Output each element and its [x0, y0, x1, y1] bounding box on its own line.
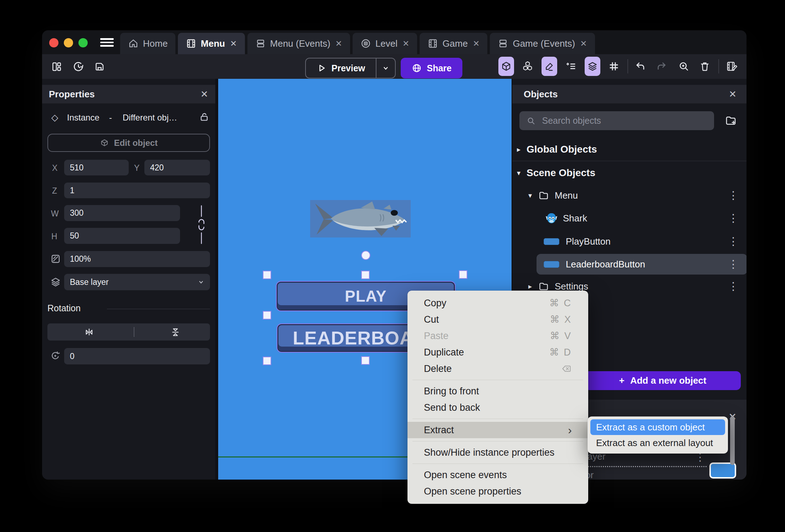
- menu-item-delete[interactable]: Delete: [407, 360, 588, 377]
- add-folder-icon[interactable]: [724, 114, 737, 127]
- menu-item-copy[interactable]: Copy ⌘ C: [407, 295, 588, 311]
- layers-panel-button[interactable]: [585, 57, 600, 76]
- object-row-leaderboardbutton[interactable]: LeaderboardButton ⋮: [512, 255, 746, 273]
- close-window-button[interactable]: [49, 38, 58, 47]
- link-dimensions-icon[interactable]: [194, 205, 209, 244]
- global-objects-row[interactable]: ▸ Global Objects: [512, 140, 746, 159]
- tab-label: Game (Events): [513, 38, 575, 49]
- menu-item-extract[interactable]: Extract ›: [407, 422, 588, 438]
- kebab-menu-icon[interactable]: ⋮: [728, 213, 739, 224]
- scrollbar-thumb[interactable]: [730, 416, 735, 465]
- menu-divider: [412, 464, 583, 464]
- events-icon: [255, 38, 266, 49]
- delete-button[interactable]: [697, 58, 713, 74]
- toolbar-divider: [718, 59, 719, 73]
- object-row-shark[interactable]: Shark ⋮: [512, 209, 746, 227]
- main-menu-icon[interactable]: [100, 38, 114, 47]
- tab-home[interactable]: Home: [120, 33, 175, 54]
- menu-item-send-to-back[interactable]: Send to back: [407, 399, 588, 416]
- preview-button[interactable]: Preview: [306, 63, 376, 73]
- tab-menu-events[interactable]: Menu (Events) ✕: [247, 33, 350, 54]
- rotate-handle[interactable]: [361, 251, 370, 260]
- search-input[interactable]: [541, 115, 707, 126]
- selection-handle-top-center[interactable]: [361, 271, 370, 279]
- tab-game[interactable]: Game ✕: [420, 33, 487, 54]
- kebab-menu-icon[interactable]: ⋮: [728, 236, 739, 247]
- close-icon[interactable]: ✕: [335, 39, 342, 48]
- object-mode-button[interactable]: [498, 57, 514, 76]
- undo-button[interactable]: [632, 58, 648, 74]
- scene-objects-row[interactable]: ▾ Scene Objects: [512, 164, 746, 182]
- preview-options-button[interactable]: [376, 58, 395, 78]
- instance-list-button[interactable]: [563, 58, 579, 74]
- z-field[interactable]: 1: [64, 183, 210, 198]
- save-button[interactable]: [93, 60, 106, 73]
- menu-item-bring-to-front[interactable]: Bring to front: [407, 383, 588, 399]
- kebab-menu-icon[interactable]: ⋮: [728, 259, 739, 270]
- unlock-icon[interactable]: [199, 112, 210, 122]
- add-new-object-button[interactable]: + Add a new object: [585, 371, 741, 390]
- shark-sprite[interactable]: [310, 200, 411, 237]
- submenu-item-extract-external-layout[interactable]: Extract as an external layout: [590, 435, 725, 451]
- rotation-field[interactable]: 0: [64, 348, 210, 364]
- menu-item-label: Cut: [424, 314, 439, 325]
- section-divider: [107, 309, 210, 309]
- search-box[interactable]: [519, 111, 714, 130]
- expand-icon[interactable]: ▸: [514, 145, 523, 154]
- layer-select[interactable]: Base layer: [64, 274, 210, 290]
- width-field[interactable]: 300: [64, 205, 180, 221]
- minimize-window-button[interactable]: [64, 38, 73, 47]
- height-field[interactable]: 50: [64, 228, 180, 244]
- close-icon[interactable]: ✕: [200, 89, 208, 100]
- submenu-item-extract-custom-object[interactable]: Extract as a custom object: [590, 419, 725, 435]
- submenu-item-label: Extract as an external layout: [596, 438, 713, 449]
- history-button[interactable]: [72, 60, 85, 73]
- kebab-menu-icon[interactable]: ⋮: [728, 190, 739, 201]
- close-icon[interactable]: ✕: [230, 39, 237, 48]
- opacity-field[interactable]: 100%: [64, 251, 210, 267]
- tab-level[interactable]: Level ✕: [353, 33, 417, 54]
- selection-handle-top-right[interactable]: [459, 270, 467, 279]
- selection-handle-bottom-center[interactable]: [361, 356, 370, 365]
- collapse-icon[interactable]: ▾: [526, 191, 534, 200]
- selection-handle-middle-left[interactable]: [263, 311, 271, 319]
- collapse-icon[interactable]: ▾: [514, 169, 523, 177]
- close-icon[interactable]: ✕: [402, 39, 409, 48]
- menu-divider: [412, 419, 583, 419]
- open-project-manager-button[interactable]: [50, 60, 63, 73]
- y-field[interactable]: 420: [144, 160, 210, 175]
- tab-label: Level: [375, 38, 397, 49]
- x-field[interactable]: 510: [64, 160, 129, 175]
- selection-handle-top-left[interactable]: [263, 271, 271, 279]
- close-icon[interactable]: ✕: [729, 89, 737, 100]
- edit-mode-button[interactable]: [542, 57, 557, 76]
- zoom-button[interactable]: [676, 58, 692, 74]
- tab-game-events[interactable]: Game (Events) ✕: [490, 33, 595, 54]
- flip-vertical-icon[interactable]: [170, 327, 181, 337]
- search-icon: [527, 116, 535, 126]
- screenshot-stage: Home Menu ✕ Menu (Events) ✕ Level ✕: [0, 0, 785, 532]
- tab-menu[interactable]: Menu ✕: [178, 33, 245, 54]
- menu-item-open-scene-properties[interactable]: Open scene properties: [407, 483, 588, 500]
- shark-object-thumbnail: [545, 213, 558, 224]
- selection-handle-bottom-left[interactable]: [263, 357, 271, 365]
- share-button[interactable]: Share: [401, 58, 462, 78]
- zoom-window-button[interactable]: [78, 38, 88, 47]
- close-icon[interactable]: ✕: [580, 39, 587, 48]
- menu-item-show-hide-instance-properties[interactable]: Show/Hide instance properties: [407, 444, 588, 461]
- expand-icon[interactable]: ▸: [526, 282, 534, 291]
- edit-object-button[interactable]: Edit object: [47, 134, 210, 152]
- object-row-playbutton[interactable]: PlayButton ⋮: [512, 232, 746, 251]
- instances-button[interactable]: [520, 58, 535, 74]
- flip-toolbar: [47, 323, 210, 341]
- menu-item-duplicate[interactable]: Duplicate ⌘ D: [407, 344, 588, 360]
- grid-button[interactable]: [606, 58, 622, 74]
- flip-horizontal-icon[interactable]: [84, 327, 94, 337]
- close-icon[interactable]: ✕: [473, 39, 479, 48]
- edit-scene-properties-button[interactable]: [724, 58, 740, 74]
- menu-item-cut[interactable]: Cut ⌘ X: [407, 311, 588, 328]
- kebab-menu-icon[interactable]: ⋮: [728, 281, 739, 292]
- folder-row-menu[interactable]: ▾ Menu ⋮: [512, 186, 746, 205]
- redo-button[interactable]: [654, 58, 669, 74]
- menu-item-open-scene-events[interactable]: Open scene events: [407, 467, 588, 483]
